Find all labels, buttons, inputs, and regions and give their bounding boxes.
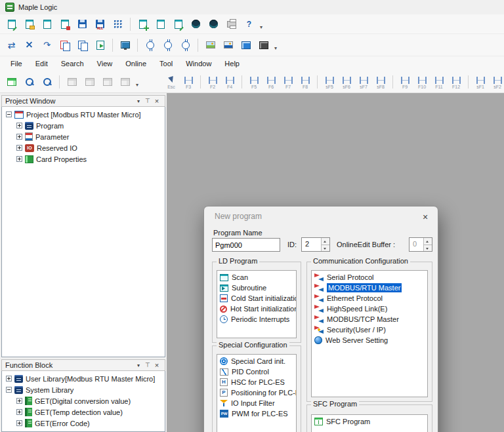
tree-row-parameter[interactable]: Parameter [2,131,165,142]
collapse-expander-icon[interactable] [6,111,12,117]
expand-expander-icon[interactable] [6,376,12,382]
ladder-sf2-button[interactable]: sF2 [489,74,504,90]
list-item-serial-protocol[interactable]: Serial Protocol [312,272,427,283]
online-edit-buffer-stepper[interactable]: 0 [409,237,432,252]
expand-expander-icon[interactable] [16,123,22,128]
simulation-button[interactable] [237,37,255,54]
stepper-up-icon[interactable] [423,238,432,245]
menu-search[interactable]: Search [54,58,91,69]
expand-expander-icon[interactable] [16,156,22,162]
redo-button[interactable] [38,37,56,54]
ladder-esc-button[interactable]: Esc [163,74,180,90]
monitor-button[interactable] [116,37,134,54]
ladder-f8-button[interactable]: F8 [297,74,314,90]
save-all-button[interactable]: ALL [91,16,109,33]
picture-button[interactable] [219,37,237,54]
tree-row-get-temp[interactable]: GET(Temp detection value) [2,406,165,418]
expand-expander-icon[interactable] [16,134,22,140]
ladder-f10-button[interactable]: F10 [413,74,430,90]
menu-file[interactable]: File [4,58,29,69]
window-tile-2-button[interactable] [81,73,98,90]
menu-online[interactable]: Online [119,58,153,69]
stepper-down-icon[interactable] [423,245,432,252]
list-item-ethernet-protocol[interactable]: Ethernet Protocol [312,293,427,304]
help-button[interactable] [240,16,258,33]
ladder-f12-button[interactable]: F12 [448,74,465,90]
list-item-positioning[interactable]: Positioning for PLC-ES [217,387,296,398]
project-windows-button[interactable] [3,73,20,90]
crossref-button[interactable] [20,37,38,54]
list-item-hot-start[interactable]: Hot Start initialization [217,304,296,314]
panel-menu-button[interactable] [134,96,143,106]
device-c-button[interactable] [177,37,194,54]
device-b-button[interactable] [159,37,177,54]
toolbar3-overflow-caret[interactable] [134,75,140,89]
expand-expander-icon[interactable] [16,398,22,404]
list-item-cold-start[interactable]: Cold Start initialization [217,293,296,304]
open-document-button[interactable] [56,16,74,33]
ladder-f9-button[interactable]: F9 [396,74,413,90]
menu-window[interactable]: Window [179,58,218,69]
dialog-close-button[interactable] [417,209,434,225]
id-stepper[interactable]: 2 [301,237,330,252]
ladder-f6-button[interactable]: F6 [262,74,280,90]
print-button[interactable] [222,16,240,33]
image-button[interactable] [201,37,219,54]
panel-close-button[interactable] [152,361,161,370]
add-item-button[interactable] [134,16,152,33]
expand-expander-icon[interactable] [16,409,22,415]
online-web-button[interactable] [187,16,205,33]
tree-row-system-library[interactable]: System Library [2,384,165,395]
ladder-sf8-button[interactable]: sF8 [372,74,389,90]
tree-row-get-error[interactable]: GET(Error Code) [2,418,165,429]
menu-edit[interactable]: Edit [29,58,54,69]
copy-page-button[interactable] [56,37,74,54]
open-project-button[interactable] [20,16,38,33]
tree-row-reserved-io[interactable]: Reserved IO [2,142,165,153]
panel-pin-button[interactable] [143,96,152,106]
window-tile-1-button[interactable] [63,73,81,90]
list-item-io-filter[interactable]: IO Input Filter [217,398,296,408]
ladder-f4-button[interactable]: F4 [221,74,238,90]
list-item-modbus-rtu-master[interactable]: MODBUS/RTU Master [312,283,427,293]
function-block-header[interactable]: Function Block [1,359,165,371]
ladder-sf6-button[interactable]: sF6 [338,74,355,90]
expand-expander-icon[interactable] [16,145,22,151]
online-remote-button[interactable] [205,16,222,33]
panel-pin-button[interactable] [143,361,152,370]
list-item-web-server[interactable]: Web Server Setting [312,335,427,345]
menu-help[interactable]: Help [218,58,246,69]
list-item-pid-control[interactable]: PID Control [217,366,296,377]
window-tile-3-button[interactable] [98,73,116,90]
new-document-button[interactable] [38,16,56,33]
list-item-scan[interactable]: Scan [217,272,296,283]
tree-row-card-properties[interactable]: Card Properties [2,153,165,165]
zoom-out-button[interactable] [38,73,56,90]
tree-row-get-digital[interactable]: GET(Digital conversion value) [2,395,165,406]
compare-button[interactable] [3,37,20,54]
item-list-button[interactable] [169,16,187,33]
new-project-button[interactable] [3,16,20,33]
ladder-f2-button[interactable]: F2 [204,74,221,90]
duplicate-page-button[interactable] [74,37,91,54]
ladder-f7-button[interactable]: F7 [280,74,297,90]
panel-menu-button[interactable] [134,361,143,370]
list-item-periodic[interactable]: Periodic Interrupts [217,314,296,324]
ladder-sf1-button[interactable]: sF1 [472,74,489,90]
dialog-titlebar[interactable]: New program [204,206,438,226]
collapse-expander-icon[interactable] [6,387,12,393]
monitoring-button[interactable] [255,37,272,54]
io-grid-button[interactable] [109,16,127,33]
panel-close-button[interactable] [152,96,161,106]
copy-item-button[interactable] [152,16,169,33]
zoom-in-button[interactable] [20,73,38,90]
toolbar2-overflow-caret[interactable] [272,38,279,52]
list-item-hsc[interactable]: HSC for PLC-ES [217,377,296,387]
stepper-down-icon[interactable] [321,245,329,252]
device-a-button[interactable] [141,37,159,54]
list-item-sfc-program[interactable]: SFC Program [312,416,427,427]
list-item-subroutine[interactable]: Subroutine [217,283,296,293]
save-button[interactable] [74,16,91,33]
export-page-button[interactable] [91,37,109,54]
list-item-modbus-tcp-master[interactable]: MODBUS/TCP Master [312,314,427,324]
